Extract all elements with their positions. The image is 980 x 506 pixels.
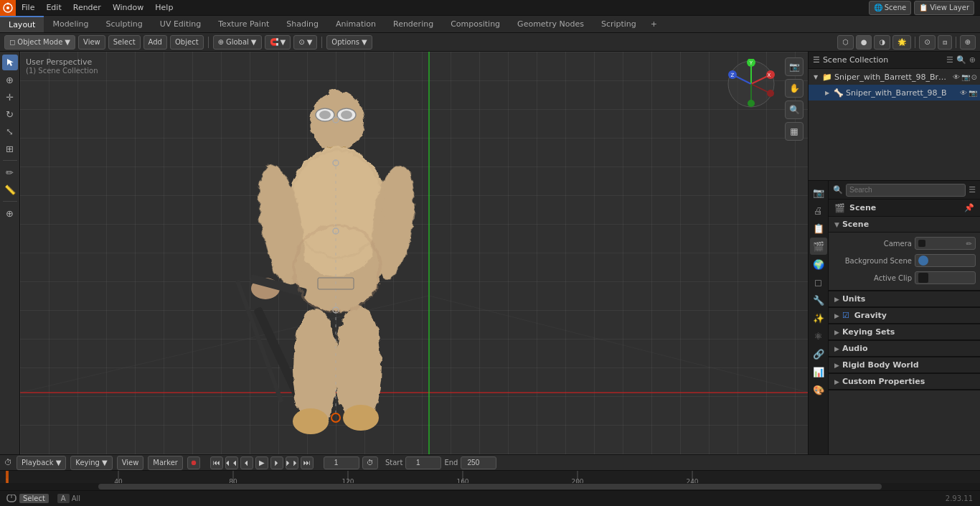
view-btn[interactable]: View xyxy=(117,456,144,470)
props-tab-modifiers[interactable]: 🔧 xyxy=(810,291,827,309)
end-frame-input[interactable] xyxy=(461,456,496,469)
scene-selector[interactable]: 🌐 Scene xyxy=(869,1,912,15)
menu-help[interactable]: Help xyxy=(149,1,179,14)
camera-icon-btn[interactable]: 📷 xyxy=(785,57,804,76)
viewport-shading-solid[interactable]: ● xyxy=(856,35,872,50)
gizmo-toggle[interactable]: ⊕ xyxy=(960,35,976,50)
active-clip-value[interactable] xyxy=(915,271,976,284)
time-display-toggle[interactable]: ⏱ xyxy=(362,456,378,469)
record-btn[interactable]: ⏺ xyxy=(187,456,200,469)
rigid-body-header[interactable]: ▶ Rigid Body World xyxy=(829,357,980,373)
prev-frame-btn[interactable]: ⏴ xyxy=(240,456,253,469)
props-tab-render[interactable]: 📷 xyxy=(810,184,827,201)
xray-toggle[interactable]: ⧈ xyxy=(938,35,952,50)
menu-window[interactable]: Window xyxy=(107,1,149,14)
overlay-toggle[interactable]: ⊙ xyxy=(919,35,935,50)
props-tab-particles[interactable]: ✨ xyxy=(810,309,827,327)
tab-layout[interactable]: Layout xyxy=(0,16,44,32)
gravity-header[interactable]: ▶ ☑ Gravity xyxy=(829,308,980,324)
jump-end-btn[interactable]: ⏭ xyxy=(301,456,314,469)
viewport-shading-material[interactable]: ◑ xyxy=(874,35,890,50)
mesh-render-icon[interactable]: 📷 xyxy=(969,89,977,97)
next-frame-btn[interactable]: ⏵ xyxy=(270,456,283,469)
outliner-item-mesh[interactable]: ▶ 🦴 Sniper_with_Barrett_98_B 👁 📷 xyxy=(809,85,980,100)
tool-add[interactable]: ⊕ xyxy=(2,205,18,221)
snap-options[interactable]: 🧲 ▼ xyxy=(265,35,291,50)
props-tab-object[interactable]: ◻ xyxy=(810,273,827,291)
menu-file[interactable]: File xyxy=(16,1,40,14)
playback-btn[interactable]: Playback ▼ xyxy=(17,456,66,470)
tab-animation[interactable]: Animation xyxy=(327,16,385,32)
current-frame-input[interactable] xyxy=(324,456,359,469)
visibility-icon[interactable]: 👁 xyxy=(953,73,960,81)
props-tab-material[interactable]: 🎨 xyxy=(810,381,827,398)
timeline-scrollbar[interactable] xyxy=(0,483,980,490)
gravity-checkbox[interactable]: ☑ xyxy=(842,311,849,320)
viewport-shading-wire[interactable]: ⬡ xyxy=(837,35,854,50)
select-menu[interactable]: Select xyxy=(108,35,141,50)
props-tab-world[interactable]: 🌍 xyxy=(810,256,827,273)
tab-scripting[interactable]: Scripting xyxy=(593,16,645,32)
tab-modeling[interactable]: Modeling xyxy=(44,16,97,32)
tab-texture-paint[interactable]: Texture Paint xyxy=(209,16,278,32)
navigation-gizmo[interactable]: X Y Z xyxy=(726,59,776,109)
keying-sets-header[interactable]: ▶ Keying Sets xyxy=(829,324,980,340)
menu-edit[interactable]: Edit xyxy=(40,1,67,14)
units-header[interactable]: ▶ Units xyxy=(829,291,980,307)
keying-btn[interactable]: Keying ▼ xyxy=(70,456,112,470)
scene-properties-pin[interactable]: 📌 xyxy=(964,203,974,212)
tool-scale[interactable]: ⤡ xyxy=(2,123,18,139)
select-icon[interactable]: ⊙ xyxy=(971,73,977,81)
options-menu[interactable]: Options ▼ xyxy=(326,35,372,50)
tool-rotate[interactable]: ↻ xyxy=(2,106,18,122)
outliner-filter-icon[interactable]: ☰ xyxy=(946,55,953,65)
tab-compositing[interactable]: Compositing xyxy=(442,16,509,32)
tool-measure[interactable]: 📏 xyxy=(2,182,18,197)
tool-cursor[interactable]: ⊕ xyxy=(2,72,18,88)
scene-section-header[interactable]: ▼ Scene xyxy=(829,217,980,233)
filter-icon[interactable]: ☰ xyxy=(969,185,976,195)
outliner-search-icon[interactable]: 🔍 xyxy=(956,55,966,65)
custom-props-header[interactable]: ▶ Custom Properties xyxy=(829,374,980,390)
tool-annotate[interactable]: ✏ xyxy=(2,164,18,180)
props-tab-data[interactable]: 📊 xyxy=(810,363,827,380)
bg-scene-value[interactable] xyxy=(915,254,976,267)
viewport-shading-render[interactable]: 🌟 xyxy=(892,35,911,50)
viewport[interactable]: User Perspective (1) Scene Collection X … xyxy=(20,52,808,454)
tool-select[interactable] xyxy=(2,55,18,70)
tab-geometry-nodes[interactable]: Geometry Nodes xyxy=(509,16,593,32)
play-btn[interactable]: ▶ xyxy=(255,456,268,469)
camera-edit-icon[interactable]: ✏ xyxy=(966,240,972,248)
transform-selector[interactable]: ⊕ Global ▼ xyxy=(213,35,262,50)
outliner-item-collection[interactable]: ▼ 📁 Sniper_with_Barrett_98_Brav... 👁 📷 ⊙ xyxy=(809,69,980,85)
mode-selector[interactable]: ◻ Object Mode ▼ xyxy=(4,35,75,50)
camera-value[interactable]: ✏ xyxy=(915,237,976,250)
object-menu[interactable]: Object xyxy=(170,35,204,50)
grid-icon-btn[interactable]: ▦ xyxy=(785,122,804,141)
props-tab-scene[interactable]: 🎬 xyxy=(810,238,827,255)
tab-sculpting[interactable]: Sculpting xyxy=(97,16,151,32)
next-keyframe-btn[interactable]: ⏵⏵ xyxy=(286,456,298,469)
menu-render[interactable]: Render xyxy=(67,1,107,14)
tab-shading[interactable]: Shading xyxy=(278,16,327,32)
timeline-icon[interactable]: ⏱ xyxy=(4,458,12,467)
mesh-visibility-icon[interactable]: 👁 xyxy=(960,89,967,97)
props-search-input[interactable] xyxy=(846,184,966,197)
props-tab-constraints[interactable]: 🔗 xyxy=(810,345,827,362)
render-icon[interactable]: 📷 xyxy=(961,73,970,81)
props-tab-output[interactable]: 🖨 xyxy=(810,202,827,219)
tab-rendering[interactable]: Rendering xyxy=(385,16,442,32)
tool-transform[interactable]: ⊞ xyxy=(2,141,18,156)
props-tab-view-layer[interactable]: 📋 xyxy=(810,220,827,237)
expand-icon-mesh[interactable]: ▶ xyxy=(823,88,831,97)
tab-uv-editing[interactable]: UV Editing xyxy=(151,16,209,32)
start-frame-input[interactable] xyxy=(405,456,441,469)
jump-start-btn[interactable]: ⏮ xyxy=(210,456,223,469)
view-menu[interactable]: View xyxy=(78,35,105,50)
prev-keyframe-btn[interactable]: ⏴⏴ xyxy=(225,456,238,469)
props-tab-physics[interactable]: ⚛ xyxy=(810,327,827,345)
audio-header[interactable]: ▶ Audio xyxy=(829,341,980,357)
expand-icon[interactable]: ▼ xyxy=(811,72,820,81)
add-menu[interactable]: Add xyxy=(143,35,167,50)
proportional-editing[interactable]: ⊙ ▼ xyxy=(293,35,317,50)
